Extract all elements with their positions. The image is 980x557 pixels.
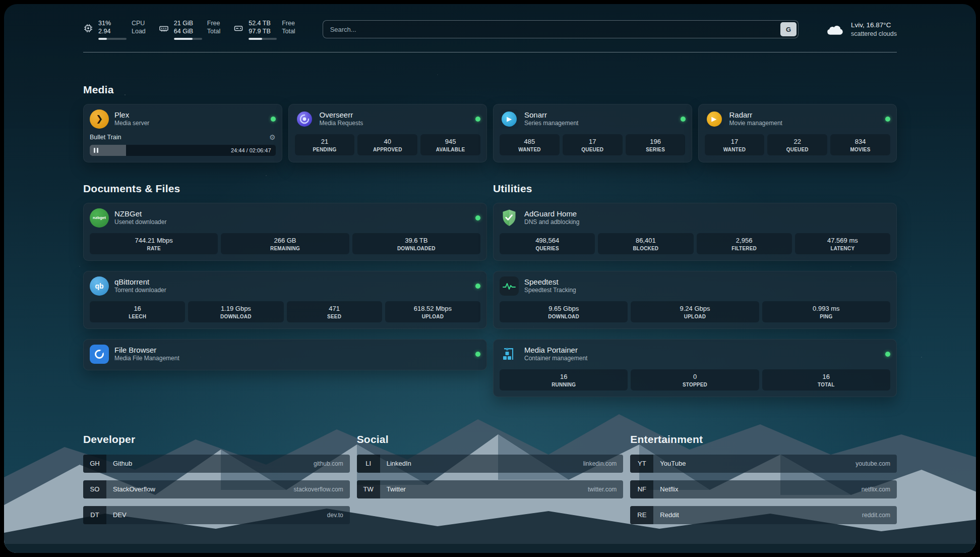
stat-value: 22 — [769, 138, 825, 145]
radarr-icon: ▶ — [705, 109, 724, 129]
speedtest-header: Speedtest Speedtest Tracking — [500, 276, 890, 296]
radarr-titles: Radarr Movie management — [729, 110, 782, 128]
app-subtitle: Torrent downloader — [114, 287, 166, 295]
status-dot — [885, 352, 890, 357]
bookmark-abbr: NF — [630, 480, 653, 498]
speedtest-titles: Speedtest Speedtest Tracking — [524, 277, 576, 295]
bookmark-abbr: GH — [83, 455, 106, 473]
qbittorrent-header: qb qBittorrent Torrent downloader — [90, 276, 480, 296]
bookmark-dev[interactable]: DT DEV dev.to — [83, 506, 350, 524]
search-input[interactable] — [323, 20, 799, 38]
portainer-stat-total: 16 TOTAL — [762, 369, 890, 391]
adguard-icon — [500, 208, 519, 228]
app-subtitle: DNS and adblocking — [524, 218, 579, 227]
bookmark-twitter[interactable]: TW Twitter twitter.com — [357, 480, 624, 498]
card-nzbget[interactable]: nzbget NZBGet Usenet downloader 744.21 M… — [83, 203, 487, 261]
bookmark-linkedin[interactable]: LI LinkedIn linkedin.com — [357, 455, 624, 473]
bookmark-abbr: TW — [357, 480, 380, 498]
media-section-title: Media — [83, 84, 897, 96]
section-utilities: Utilities — [493, 183, 897, 397]
card-overseerr[interactable]: Overseerr Media Requests 21 PENDING — [288, 104, 487, 162]
bookmark-stackoverflow[interactable]: SO StackOverflow stackoverflow.com — [83, 480, 350, 498]
search-provider-button[interactable]: G — [780, 22, 797, 36]
nzbget-icon: nzbget — [90, 208, 109, 228]
bookmark-name: Twitter — [387, 485, 406, 493]
card-plex[interactable]: ❯ Plex Media server Bullet Train ⚙ — [83, 104, 282, 162]
card-radarr[interactable]: ▶ Radarr Movie management 17 WANTED — [698, 104, 897, 162]
card-speedtest[interactable]: Speedtest Speedtest Tracking 9.65 Gbps D… — [493, 271, 897, 329]
stat-value: 9.65 Gbps — [502, 305, 626, 312]
memory-widget: 21 GiB 64 GiB Free Total — [159, 19, 220, 40]
adguard-titles: AdGuard Home DNS and adblocking — [524, 209, 579, 227]
portainer-titles: Media Portainer Container management — [524, 345, 587, 363]
bookmark-name: Github — [113, 460, 132, 467]
bookmark-name: LinkedIn — [387, 460, 411, 467]
overseerr-icon — [295, 109, 314, 129]
bookmark-youtube[interactable]: YT YouTube youtube.com — [630, 455, 897, 473]
memory-labels: Free Total — [207, 19, 220, 36]
status-dot — [475, 117, 480, 122]
search-bar: G — [323, 20, 799, 38]
cpu-value-bottom: 2.94 — [98, 27, 127, 35]
bookmark-url: netflix.com — [862, 486, 890, 493]
section-media: Media ❯ Plex Media server — [83, 84, 897, 162]
app-subtitle: Container management — [524, 355, 587, 363]
memory-progress-track — [174, 38, 202, 40]
bookmark-github[interactable]: GH Github github.com — [83, 455, 350, 473]
pause-icon[interactable] — [94, 148, 98, 153]
settings-gear-icon[interactable]: ⚙ — [269, 133, 276, 141]
social-section-title: Social — [357, 433, 624, 445]
memory-icon — [159, 23, 169, 33]
stat-label: BLOCKED — [600, 246, 691, 251]
card-filebrowser[interactable]: File Browser Media File Management — [83, 339, 487, 370]
stat-value: 47.569 ms — [797, 237, 888, 244]
stat-value: 39.6 TB — [354, 237, 478, 244]
bookmark-abbr: DT — [83, 506, 106, 524]
plex-now-playing-row: Bullet Train ⚙ — [90, 133, 276, 141]
status-dot — [475, 284, 480, 289]
app-subtitle: Series management — [524, 120, 578, 128]
stat-label: SERIES — [628, 147, 684, 152]
adguard-stat-latency: 47.569 ms LATENCY — [795, 233, 890, 254]
nzbget-stat-downloaded: 39.6 TB DOWNLOADED — [352, 233, 480, 254]
disk-progress-fill — [249, 38, 262, 40]
bookmark-netflix[interactable]: NF Netflix netflix.com — [630, 480, 897, 498]
app-name: qBittorrent — [114, 277, 166, 287]
card-portainer[interactable]: Media Portainer Container management 16 … — [493, 339, 897, 397]
status-dot — [885, 117, 890, 122]
radarr-stat-queued: 22 QUEUED — [767, 134, 827, 155]
sonarr-stat-wanted: 485 WANTED — [500, 134, 560, 155]
stat-label: DOWNLOAD — [190, 314, 281, 319]
adguard-stats: 498,564 QUERIES 86,401 BLOCKED 2,956 FIL… — [500, 233, 890, 254]
bookmark-name: Netflix — [660, 485, 678, 493]
overseerr-stat-available: 945 AVAILABLE — [420, 134, 480, 155]
radarr-header: ▶ Radarr Movie management — [705, 109, 891, 129]
speedtest-icon — [500, 276, 519, 296]
card-qbittorrent[interactable]: qb qBittorrent Torrent downloader 16 LEE… — [83, 271, 487, 329]
memory-progress-fill — [174, 38, 193, 40]
portainer-stat-stopped: 0 STOPPED — [631, 369, 759, 391]
stat-value: 2,956 — [699, 237, 790, 244]
bookmark-reddit[interactable]: RE Reddit reddit.com — [630, 506, 897, 524]
utilities-section-title: Utilities — [493, 183, 897, 195]
stat-label: RUNNING — [502, 382, 626, 387]
weather-widget: Lviv, 16.87°C scattered clouds — [826, 21, 897, 38]
bookmark-url: twitter.com — [588, 486, 617, 493]
cpu-label-top: CPU — [132, 19, 146, 27]
memory-value-top: 21 GiB — [174, 19, 202, 27]
plex-progress-bar[interactable]: 24:44 / 02:06:47 — [90, 145, 276, 156]
disk-progress-track — [249, 38, 277, 40]
qbittorrent-icon: qb — [90, 276, 109, 296]
overseerr-stats: 21 PENDING 40 APPROVED 945 AVAILABLE — [295, 134, 481, 155]
stat-label: UPLOAD — [633, 314, 757, 319]
qbittorrent-stats: 16 LEECH 1.19 Gbps DOWNLOAD 471 SEED — [90, 301, 480, 322]
disk-widget: 52.4 TB 97.9 TB Free Total — [233, 19, 295, 40]
stat-value: 618.52 Mbps — [387, 305, 478, 312]
app-subtitle: Speedtest Tracking — [524, 287, 576, 295]
adguard-header: AdGuard Home DNS and adblocking — [500, 208, 890, 228]
memory-label-bottom: Total — [207, 27, 220, 35]
card-sonarr[interactable]: ▶ Sonarr Series management 485 WANT — [493, 104, 692, 162]
bookmark-url: youtube.com — [855, 460, 890, 467]
section-documents-files: Documents & Files nzbget NZBGet Usenet d… — [83, 183, 487, 397]
card-adguard[interactable]: AdGuard Home DNS and adblocking 498,564 … — [493, 203, 897, 261]
